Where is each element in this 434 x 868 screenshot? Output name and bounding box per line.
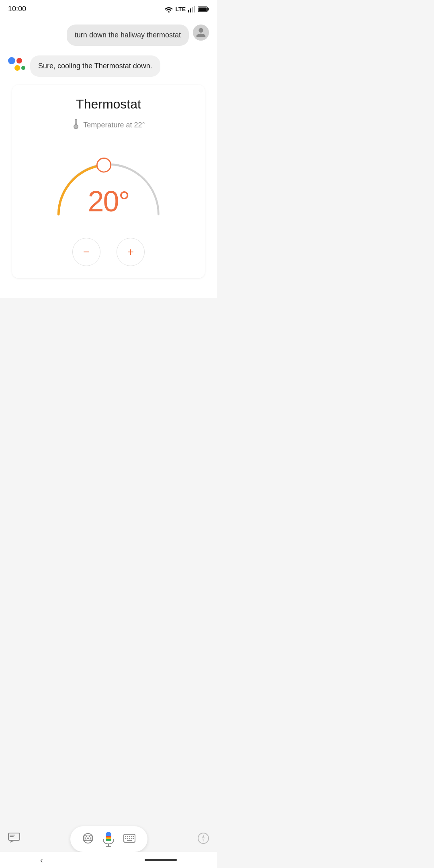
avatar — [193, 25, 209, 41]
controls-row[interactable]: − + — [72, 238, 145, 266]
svg-rect-9 — [76, 120, 77, 124]
thermostat-dial: 20° — [44, 141, 173, 222]
assistant-text: Sure, cooling the Thermostat down. — [38, 62, 152, 70]
svg-point-12 — [97, 158, 111, 172]
assistant-row: Sure, cooling the Thermostat down. — [8, 55, 209, 77]
temperature-label-row: Temperature at 22° — [72, 118, 145, 132]
google-dot-green — [21, 66, 25, 70]
plus-icon: + — [127, 246, 134, 258]
svg-rect-3 — [192, 7, 193, 12]
svg-rect-6 — [199, 7, 207, 11]
increase-temperature-button[interactable]: + — [117, 238, 145, 266]
status-bar: 10:00 LTE — [0, 0, 217, 16]
wifi-icon — [164, 6, 173, 12]
decrease-temperature-button[interactable]: − — [72, 238, 100, 266]
user-message-text: turn down the hallway thermostat — [75, 31, 181, 39]
status-icons: LTE — [164, 6, 209, 12]
thermostat-title: Thermostat — [76, 97, 141, 112]
google-dot-blue — [8, 57, 15, 64]
thermometer-icon — [72, 118, 80, 132]
user-message-row: turn down the hallway thermostat — [8, 25, 209, 46]
user-bubble: turn down the hallway thermostat — [67, 25, 189, 46]
minus-icon: − — [83, 246, 90, 258]
svg-point-11 — [74, 125, 78, 128]
svg-rect-1 — [188, 10, 189, 12]
assistant-bubble: Sure, cooling the Thermostat down. — [30, 55, 160, 77]
thermostat-card: Thermostat Temperature at 22° — [12, 85, 205, 278]
temperature-label: Temperature at 22° — [83, 121, 145, 129]
temperature-value: 20° — [88, 185, 129, 218]
svg-point-0 — [168, 11, 170, 12]
svg-rect-7 — [208, 8, 209, 10]
battery-icon — [198, 6, 209, 12]
user-avatar-icon — [195, 27, 207, 38]
lte-label: LTE — [176, 6, 186, 12]
google-dot-yellow — [14, 65, 20, 71]
status-time: 10:00 — [8, 5, 26, 13]
google-dot-red — [16, 58, 22, 63]
chat-area: turn down the hallway thermostat Sure, c… — [0, 16, 217, 298]
bottom-area — [0, 298, 217, 378]
svg-rect-4 — [194, 6, 195, 12]
signal-icon — [188, 6, 195, 12]
svg-rect-2 — [190, 8, 191, 12]
google-assistant-logo — [8, 57, 25, 71]
